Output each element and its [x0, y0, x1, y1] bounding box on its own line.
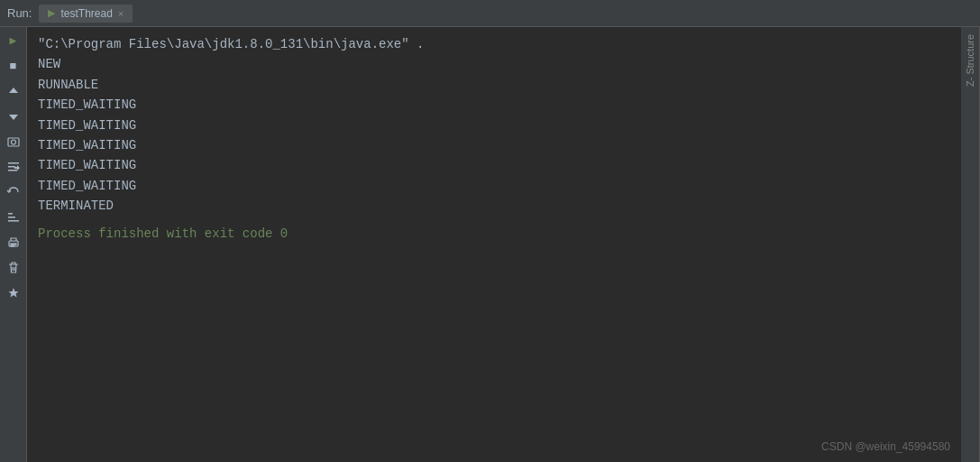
svg-point-1: [11, 140, 15, 144]
state-runnable: RUNNABLE: [38, 75, 950, 95]
state-new: NEW: [38, 54, 950, 74]
tab-name: testThread: [60, 7, 112, 20]
structure-label: Z- Structure: [965, 34, 975, 87]
svg-rect-7: [8, 220, 19, 222]
finished-line: Process finished with exit code 0: [38, 224, 950, 244]
svg-rect-0: [8, 138, 19, 146]
pin-button[interactable]: [4, 283, 23, 303]
structure-panel-tab[interactable]: Z- Structure: [961, 27, 980, 462]
run-label: Run:: [7, 6, 32, 20]
svg-rect-4: [8, 170, 17, 171]
top-bar: Run: ▶ testThread ×: [0, 0, 980, 27]
tab-icon: ▶: [48, 7, 55, 19]
state-timed-waiting-5: TIMED_WAITING: [38, 176, 950, 196]
svg-rect-2: [8, 162, 19, 164]
left-sidebar: ▶ ■: [0, 27, 27, 462]
main-area: ▶ ■: [0, 27, 980, 462]
sort-button[interactable]: [4, 208, 23, 227]
svg-rect-5: [8, 213, 13, 215]
print-button[interactable]: [4, 233, 23, 253]
watermark: CSDN @weixin_45994580: [821, 440, 950, 453]
wrap-button[interactable]: [4, 157, 23, 177]
stop-button[interactable]: ■: [4, 56, 23, 76]
console-output: "C:\Program Files\Java\jdk1.8.0_131\bin\…: [27, 27, 961, 462]
svg-rect-6: [8, 217, 15, 218]
run-button[interactable]: ▶: [4, 31, 23, 51]
scroll-down-button[interactable]: [4, 106, 23, 126]
state-timed-waiting-3: TIMED_WAITING: [38, 135, 950, 155]
svg-rect-9: [11, 244, 16, 245]
restore-button[interactable]: [4, 182, 23, 202]
scroll-up-button[interactable]: [4, 81, 23, 101]
svg-rect-10: [11, 245, 14, 246]
state-timed-waiting-4: TIMED_WAITING: [38, 155, 950, 175]
run-tab[interactable]: ▶ testThread ×: [39, 5, 133, 23]
state-timed-waiting-2: TIMED_WAITING: [38, 116, 950, 135]
state-timed-waiting-1: TIMED_WAITING: [38, 95, 950, 115]
command-line: "C:\Program Files\Java\jdk1.8.0_131\bin\…: [38, 34, 950, 54]
state-terminated: TERMINATED: [38, 196, 950, 216]
svg-rect-3: [8, 166, 15, 168]
delete-button[interactable]: [4, 258, 23, 278]
screenshot-button[interactable]: [4, 132, 23, 152]
tab-close-button[interactable]: ×: [118, 8, 124, 19]
